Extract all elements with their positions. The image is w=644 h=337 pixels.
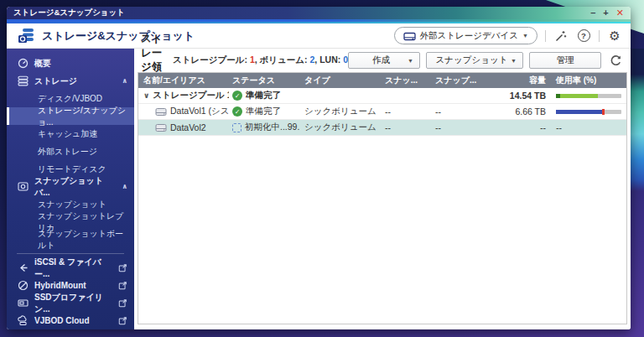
content-header: ストレージ領域 ストレージプール: 1, ボリューム: 2, LUN: 0 作成… — [138, 49, 627, 72]
status-text: 準備完了 — [246, 106, 281, 117]
column-snapshot-2[interactable]: スナップ... — [430, 73, 492, 88]
column-name[interactable]: 名前/エイリアス — [138, 73, 229, 88]
sidebar-item-label: リモートディスク — [38, 163, 106, 175]
external-storage-device-button[interactable]: 外部ストレージデバイス ▼ — [394, 27, 538, 44]
snap-schedule: -- — [430, 120, 492, 135]
snap-count: -- — [380, 104, 430, 119]
divider — [599, 30, 600, 42]
sidebar-item-ssd-profiling[interactable]: SSDプロファイリン... — [7, 294, 134, 312]
app-window: ストレージ&スナップショット – + ✕ ストレージ&スナップショット — [7, 7, 631, 329]
chevron-down-icon: ▼ — [522, 33, 528, 39]
manage-button[interactable]: 管理 — [529, 52, 601, 69]
volume-name: DataVol2 — [170, 122, 206, 132]
gear-icon[interactable]: ⚙ — [607, 29, 622, 44]
chevron-down-icon: ▼ — [408, 58, 419, 64]
wand-icon[interactable] — [553, 29, 569, 44]
help-icon[interactable]: ? — [576, 29, 591, 44]
sidebar-item-external-storage[interactable]: 外部ストレージ — [7, 143, 134, 160]
app-icon — [17, 27, 35, 45]
column-capacity[interactable]: 容量 — [492, 73, 551, 88]
capacity-text: -- — [492, 120, 551, 135]
hybridmount-icon — [17, 280, 29, 291]
external-link-icon — [118, 263, 127, 272]
capacity-text: 6.66 TB — [492, 104, 551, 119]
sidebar-item-storage-snapshots[interactable]: ストレージ/スナップショ... — [7, 107, 134, 125]
table-row-storage-pool[interactable]: ∨ ストレージプール 1 ✓ 準備完了 14.54 TB — [138, 88, 626, 104]
sidebar-item-label: 概要 — [34, 58, 51, 70]
table-header: 名前/エイリアス ステータス タイプ スナッ... スナップ... 容量 使用率… — [138, 73, 626, 88]
lun-label: , LUN: — [314, 54, 343, 65]
disk-drive-icon — [403, 30, 416, 42]
snap-schedule — [430, 88, 492, 103]
pool-name: ストレージプール 1 — [153, 90, 229, 101]
toolbar: 作成 ▼ スナップショット ▼ 管理 — [348, 52, 624, 69]
wallpaper-ribbon — [629, 49, 644, 191]
sidebar-item-label: HybridMount — [34, 281, 86, 290]
status-ok-icon: ✓ — [232, 106, 242, 117]
sidebar-section-storage[interactable]: ストレージ ∧ — [7, 72, 134, 90]
chevron-down-icon[interactable]: ∨ — [143, 91, 149, 100]
status-text: 準備完了 — [246, 90, 281, 101]
sidebar-item-label: キャッシュ加速 — [38, 128, 97, 140]
snapshot-button[interactable]: スナップショット ▼ — [426, 52, 523, 69]
external-storage-device-label: 外部ストレージデバイス — [420, 30, 518, 42]
sidebar-divider — [17, 253, 124, 254]
external-link-icon — [118, 281, 127, 290]
storage-icon — [17, 75, 29, 86]
column-snapshot-1[interactable]: スナッ... — [380, 73, 430, 88]
usage-bar — [556, 94, 621, 98]
maximize-button[interactable]: + — [603, 8, 608, 18]
ssd-icon — [17, 298, 29, 308]
minimize-button[interactable]: – — [590, 8, 595, 18]
window-titlebar: ストレージ&スナップショット – + ✕ — [7, 7, 631, 19]
capacity-text: 14.54 TB — [492, 88, 551, 103]
gauge-icon — [17, 58, 29, 69]
divider — [545, 30, 546, 42]
refresh-icon[interactable] — [607, 52, 624, 69]
sidebar-item-label: ディスク/VJBOD — [38, 93, 102, 105]
sidebar-item-label: ストレージ — [34, 75, 77, 87]
create-button[interactable]: 作成 ▼ — [348, 52, 420, 69]
sidebar-item-iscsi-fibre[interactable]: iSCSI & ファイバー... — [7, 259, 134, 277]
status-ok-icon: ✓ — [232, 91, 242, 101]
window-title: ストレージ&スナップショット — [13, 8, 125, 18]
usage-bar — [556, 110, 621, 114]
main-content: ストレージ領域 ストレージプール: 1, ボリューム: 2, LUN: 0 作成… — [134, 49, 631, 329]
sidebar-item-label: スナップショットボールト — [38, 228, 127, 251]
sidebar-item-snapshot-vault[interactable]: スナップショットボールト — [7, 231, 134, 248]
initializing-spinner-icon — [232, 123, 242, 132]
snap-schedule: -- — [430, 104, 492, 119]
sidebar-item-label: VJBOD Cloud — [34, 316, 90, 325]
column-usage[interactable]: 使用率 (%) — [551, 73, 626, 88]
usage-text: -- — [551, 120, 626, 135]
sidebar-item-label: スナップショット — [38, 199, 106, 210]
desktop-wallpaper: ストレージ&スナップショット – + ✕ ストレージ&スナップショット — [0, 0, 644, 337]
status-text: 初期化中...99.7... — [245, 122, 299, 133]
volume-name: DataVol1 (シス... — [170, 106, 229, 117]
usage-threshold-tick — [602, 109, 605, 115]
sidebar-item-label: SSDプロファイリン... — [34, 292, 113, 315]
chevron-down-icon: ▼ — [511, 58, 522, 64]
table-row-datavol2[interactable]: DataVol2 初期化中...99.7... シックボリューム -- -- -… — [138, 120, 626, 136]
column-type[interactable]: タイプ — [299, 73, 380, 88]
sidebar-section-snapshot-backup[interactable]: スナップショットバ... ∧ — [7, 178, 134, 195]
close-button[interactable]: ✕ — [616, 8, 624, 18]
chevron-up-icon: ∧ — [122, 77, 128, 85]
volume-label: , ボリューム: — [255, 54, 310, 65]
header-actions: 外部ストレージデバイス ▼ ? ⚙ — [394, 27, 622, 44]
column-status[interactable]: ステータス — [229, 73, 299, 88]
volume-icon — [155, 123, 167, 132]
external-link-icon — [118, 298, 127, 308]
type-text: シックボリューム — [299, 104, 380, 119]
vjbod-cloud-icon — [17, 315, 29, 326]
type-text — [299, 88, 380, 103]
sidebar-item-label: iSCSI & ファイバー... — [34, 257, 113, 280]
sidebar-item-label: 外部ストレージ — [38, 146, 97, 158]
sidebar: 概要 ストレージ ∧ ディスク/VJBOD — [7, 49, 134, 329]
sidebar-item-overview[interactable]: 概要 — [7, 54, 134, 72]
app-header: ストレージ&スナップショット 外部ストレージデバイス ▼ — [7, 23, 631, 49]
table-empty-area — [138, 136, 626, 324]
snapshot-camera-icon — [17, 181, 29, 192]
pool-label: ストレージプール: — [173, 54, 250, 65]
table-row-datavol1[interactable]: DataVol1 (シス... ✓ 準備完了 シックボリューム -- -- 6.… — [138, 104, 626, 120]
